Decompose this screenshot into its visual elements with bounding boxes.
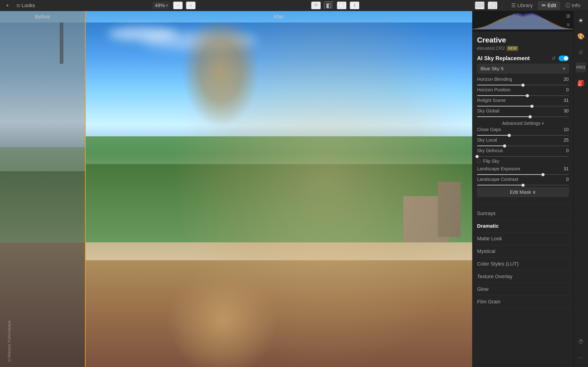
looks-button[interactable]: ⊙ Looks [14,2,37,9]
crop-button[interactable]: ⬚ [337,1,347,10]
compare-button[interactable]: ◧ [324,1,334,10]
relight-scene-track[interactable] [477,106,569,107]
eye-icon: 👁 [313,2,319,9]
crop-icon: ⬚ [339,2,345,9]
zoom-plus-button[interactable]: + [186,1,196,10]
sun-adjust-icon[interactable]: ☀ [576,16,586,26]
horizon-blending-track[interactable] [477,85,569,85]
zoom-control[interactable]: 49% ▾ [153,2,170,9]
chevron-down-icon: ▾ [166,3,168,8]
relight-scene-value: 31 [561,98,569,103]
film-grain-label: Film Grain [477,299,500,305]
list-item-color-styles[interactable]: Color Styles (LUT) [477,258,569,270]
advanced-settings-label: Advanced Settings [502,121,540,126]
info-icon: ⓘ [565,2,570,9]
chevron-icon: ▾ [542,121,544,125]
layers-icon[interactable]: ⊞ [565,13,571,19]
chevron-down-icon: ▾ [563,66,565,71]
flip-sky-checkbox[interactable] [477,159,481,163]
sky-local-value: 25 [561,137,569,143]
list-item-dramatic[interactable]: Dramatic [477,220,569,233]
edit-tab[interactable]: ✏ Edit [538,1,560,10]
history-icon[interactable]: ⏱ [576,337,586,347]
histogram-area: ⊞ ≡ [472,11,573,32]
sky-defocus-value: 0 [561,148,569,153]
right-panel: ⊞ ≡ Creative elevated.CR2 NEW AI Sky Rep… [472,11,573,367]
looks-label: Looks [22,2,35,8]
landscape-contrast-track[interactable] [477,185,569,185]
ai-sky-section: AI Sky Replacement ↺ Blue Sky 5 ▾ Horiz [472,53,573,203]
file-name: elevated.CR2 [477,46,505,51]
pro-badge[interactable]: PRO [576,62,586,73]
add-button[interactable]: + [4,2,11,9]
landscape-exposure-label: Landscape Exposure [477,166,561,171]
sky-global-track[interactable] [477,116,569,117]
edit-mask-label: Edit Mask ∨ [510,189,536,195]
horizon-position-track[interactable] [477,95,569,96]
list-item-matte-look[interactable]: Matte Look [477,233,569,245]
window-icon: ⬜ [489,2,496,9]
sky-global-label: Sky Global [477,108,561,114]
sunrays-label: Sunrays [477,210,496,217]
preview-button[interactable]: 👁 [311,1,321,10]
tools-icon[interactable]: 🎒 [576,78,586,88]
creative-header: Creative elevated.CR2 NEW [472,32,573,53]
split-view-icon: ◧ [326,2,332,9]
landscape-exposure-track[interactable] [477,174,569,175]
edit-mask-button[interactable]: Edit Mask ∨ [477,187,569,197]
landscape-contrast-value: 0 [561,177,569,182]
panel-content: Creative elevated.CR2 NEW AI Sky Replace… [472,32,573,367]
looks-icon: ⊙ [16,3,20,8]
sky-local-row: Sky Local 25 [477,137,569,143]
zoom-value: 49% [155,2,165,8]
sky-local-label: Sky Local [477,137,561,143]
plus-icon: + [189,2,192,9]
sky-dropdown[interactable]: Blue Sky 5 ▾ [477,64,569,74]
relight-scene-label: Relight Scene [477,98,561,103]
split-line[interactable] [85,11,86,367]
close-gaps-label: Close Gaps [477,127,561,132]
list-item-mystical[interactable]: Mystical [477,245,569,258]
right-sidebar: ☀ 🎨 ☺ PRO 🎒 ⏱ ··· [573,11,588,367]
section-controls: ↺ [550,55,569,61]
ai-sky-toggle[interactable] [559,56,569,61]
share-button[interactable]: ⬆ [349,1,360,10]
reset-icon[interactable]: ↺ [550,55,557,61]
new-badge: NEW [507,46,518,51]
color-palette-icon[interactable]: 🎨 [576,31,586,41]
creative-file: elevated.CR2 NEW [477,46,569,51]
advanced-settings-btn[interactable]: Advanced Settings ▾ [477,119,569,127]
list-item-texture-overlay[interactable]: Texture Overlay [477,270,569,283]
library-tab[interactable]: ☰ Library [507,1,537,10]
sky-defocus-track[interactable] [477,156,569,157]
info-tab[interactable]: ⓘ Info [561,1,584,10]
horizon-blending-value: 20 [561,77,569,82]
toolbar: + ⊙ Looks 49% ▾ − + 👁 ◧ ⬚ ⬆ ⌨ ⬜ ☰ Librar… [0,0,588,11]
library-icon: ☰ [511,2,516,8]
library-label: Library [517,2,533,8]
face-enhance-icon[interactable]: ☺ [576,47,586,57]
landscape-exposure-value: 31 [561,166,569,171]
histogram-chart [472,11,573,29]
dramatic-label: Dramatic [477,223,499,229]
list-item-glow[interactable]: Glow [477,283,569,296]
filter-list: Sunrays Dramatic Matte Look Mystical Col… [472,206,573,310]
image-area: Before After [0,11,472,367]
glow-label: Glow [477,286,489,292]
list-item-sunrays[interactable]: Sunrays [477,207,569,220]
horizon-blending-label: Horizon Blending [477,77,561,82]
keyboard-button[interactable]: ⌨ [475,1,485,10]
matte-look-label: Matte Look [477,236,502,242]
minus-icon: − [176,2,180,9]
creative-title: Creative [477,36,569,44]
flip-sky-label: Flip Sky [483,158,499,164]
window-button[interactable]: ⬜ [488,1,498,10]
sky-local-track[interactable] [477,146,569,146]
zoom-minus-button[interactable]: − [173,1,183,10]
sliders-icon[interactable]: ≡ [565,22,571,28]
horizon-blending-row: Horizon Blending 20 [477,77,569,82]
list-item-film-grain[interactable]: Film Grain [477,296,569,308]
more-icon[interactable]: ··· [576,352,586,362]
close-gaps-track[interactable] [477,135,569,136]
sky-global-value: 30 [561,108,569,114]
